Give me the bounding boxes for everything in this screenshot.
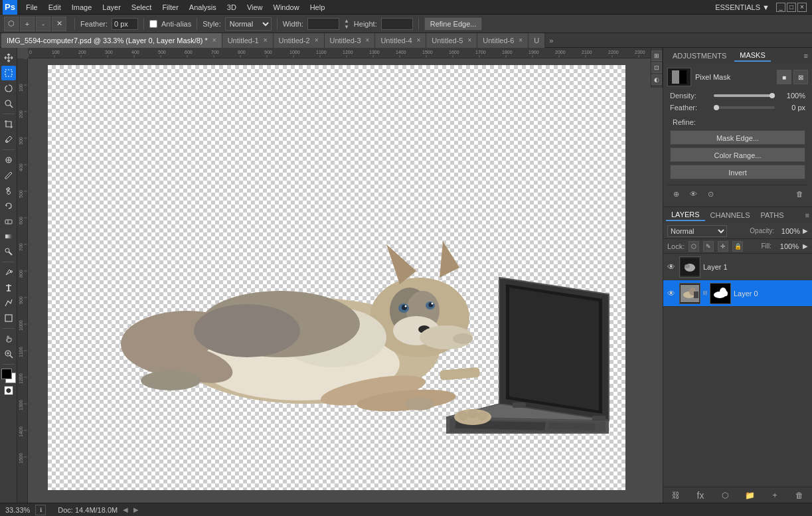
new-layer-btn[interactable]: +	[768, 489, 781, 502]
opacity-stepper[interactable]: ▶	[803, 227, 808, 234]
essentials-label[interactable]: ESSENTIALS ▼	[715, 3, 775, 11]
feather-input[interactable]	[112, 18, 138, 30]
zoom-tool[interactable]	[1, 347, 16, 361]
lasso-tool[interactable]	[1, 81, 16, 96]
color-swatch[interactable]	[1, 369, 16, 383]
tab-2-close[interactable]: ×	[315, 37, 319, 44]
add-selection-btn[interactable]: +	[20, 17, 35, 31]
type-tool[interactable]	[1, 280, 16, 295]
adjustments-tab[interactable]: ADJUSTMENTS	[667, 50, 732, 61]
healing-brush-tool[interactable]	[1, 153, 16, 167]
fill-stepper[interactable]: ▶	[803, 242, 808, 250]
clone-stamp-tool[interactable]	[1, 183, 16, 198]
add-style-btn[interactable]: fx	[694, 489, 707, 502]
eraser-tool[interactable]	[1, 214, 16, 228]
menu-layer[interactable]: Layer	[98, 2, 125, 13]
path-selection-tool[interactable]	[1, 296, 16, 310]
tab-0[interactable]: IMG_5594-computer7.psd @ 33.3% (Layer 0,…	[1, 33, 222, 48]
intersect-selection-btn[interactable]: ✕	[52, 17, 66, 31]
maximize-btn[interactable]: □	[787, 3, 796, 12]
panel-icon-3[interactable]: ◐	[651, 74, 662, 85]
history-brush-tool[interactable]	[1, 199, 16, 213]
panel-icon-1[interactable]: ⊞	[651, 50, 662, 61]
menu-select[interactable]: Select	[127, 2, 157, 13]
tab-3-close[interactable]: ×	[366, 37, 370, 44]
menu-filter[interactable]: Filter	[157, 2, 183, 13]
dodge-tool[interactable]	[1, 244, 16, 259]
status-arrow-right[interactable]: ▶	[133, 506, 139, 513]
lock-transparent-btn[interactable]: ⬡	[689, 241, 699, 252]
mask-button-2[interactable]: ⊠	[793, 70, 808, 84]
menu-3d[interactable]: 3D	[222, 2, 241, 13]
lock-all-btn[interactable]: 🔒	[732, 241, 743, 252]
menu-window[interactable]: Window	[269, 2, 304, 13]
panel-icon-2[interactable]: ⊡	[651, 62, 662, 73]
pen-tool[interactable]	[1, 265, 16, 280]
tab-6-close[interactable]: ×	[519, 37, 523, 44]
new-group-btn[interactable]: 📁	[744, 489, 757, 502]
close-btn[interactable]: ×	[797, 3, 807, 12]
subtract-selection-btn[interactable]: -	[36, 17, 50, 31]
mask-button-1[interactable]: ■	[777, 70, 791, 84]
tab-2[interactable]: Untitled-2 ×	[274, 33, 325, 48]
panel-menu-icon[interactable]: ≡	[804, 52, 808, 60]
swap-dimensions-btn[interactable]: ▲▼	[344, 18, 349, 30]
refine-edge-button[interactable]: Refine Edge...	[424, 17, 483, 31]
paths-tab[interactable]: PATHS	[756, 210, 789, 220]
tab-more-btn[interactable]: »	[545, 37, 557, 44]
shape-tool[interactable]	[1, 311, 16, 325]
marquee-tool[interactable]	[1, 66, 16, 80]
link-layers-btn[interactable]: ⛓	[669, 489, 683, 502]
status-arrow[interactable]: ◀	[123, 506, 128, 513]
lock-pixels-btn[interactable]: ✎	[703, 241, 714, 252]
layer-0-visibility[interactable]: 👁	[666, 288, 677, 299]
menu-edit[interactable]: Edit	[44, 2, 66, 13]
anti-alias-checkbox[interactable]	[149, 20, 157, 28]
gradient-tool[interactable]	[1, 229, 16, 244]
width-input[interactable]	[307, 18, 339, 30]
mask-edge-button[interactable]: Mask Edge...	[670, 130, 805, 145]
canvas-area[interactable]: 0 100 200 300 400 500 600 700 800 900	[17, 48, 663, 503]
new-selection-btn[interactable]: ⬡	[4, 17, 19, 31]
layers-panel-menu[interactable]: ≡	[805, 211, 809, 219]
masks-tab[interactable]: MASKS	[734, 50, 771, 62]
layer-row-1[interactable]: 👁 Layer 1	[663, 254, 812, 280]
tab-0-close[interactable]: ×	[212, 37, 216, 44]
panel-bottom-icon-1[interactable]: ⊕	[670, 188, 682, 200]
tab-1-close[interactable]: ×	[264, 37, 268, 44]
minimize-btn[interactable]: _	[776, 3, 785, 12]
layers-tab[interactable]: LAYERS	[666, 209, 705, 221]
color-range-button[interactable]: Color Range...	[670, 147, 805, 162]
panel-bottom-icon-4[interactable]: 🗑	[793, 188, 805, 200]
tab-7[interactable]: U	[528, 33, 545, 48]
panel-bottom-icon-3[interactable]: ⊙	[704, 188, 716, 200]
height-input[interactable]	[381, 18, 413, 30]
menu-view[interactable]: View	[242, 2, 268, 13]
lock-position-btn[interactable]: ✛	[718, 241, 728, 252]
brush-tool[interactable]	[1, 168, 16, 183]
zoom-info-btn[interactable]: ℹ	[35, 505, 46, 515]
tab-4-close[interactable]: ×	[417, 37, 421, 44]
layer-row-0[interactable]: 👁 ⛓	[663, 280, 812, 307]
blend-mode-select[interactable]: Normal Multiply Screen Overlay	[667, 225, 727, 237]
invert-button[interactable]: Invert	[670, 165, 805, 179]
delete-layer-btn[interactable]: 🗑	[793, 489, 806, 502]
feather-slider[interactable]	[714, 106, 775, 109]
tab-6[interactable]: Untitled-6 ×	[477, 33, 528, 48]
move-tool[interactable]	[1, 50, 16, 65]
panel-bottom-icon-2[interactable]: 👁	[687, 188, 699, 200]
quick-select-tool[interactable]	[1, 96, 16, 111]
quick-mask-btn[interactable]: ⬤	[4, 386, 13, 395]
menu-image[interactable]: Image	[67, 2, 97, 13]
menu-analysis[interactable]: Analysis	[185, 2, 221, 13]
channels-tab[interactable]: CHANNELS	[705, 210, 756, 220]
eyedropper-tool[interactable]	[1, 132, 16, 147]
tab-5-close[interactable]: ×	[467, 37, 471, 44]
tab-1[interactable]: Untitled-1 ×	[222, 33, 274, 48]
tab-4[interactable]: Untitled-4 ×	[375, 33, 426, 48]
menu-help[interactable]: Help	[305, 2, 330, 13]
tab-3[interactable]: Untitled-3 ×	[325, 33, 376, 48]
add-mask-btn[interactable]: ⬡	[718, 489, 732, 502]
layer-1-visibility[interactable]: 👁	[666, 262, 677, 272]
density-slider[interactable]	[714, 94, 775, 97]
